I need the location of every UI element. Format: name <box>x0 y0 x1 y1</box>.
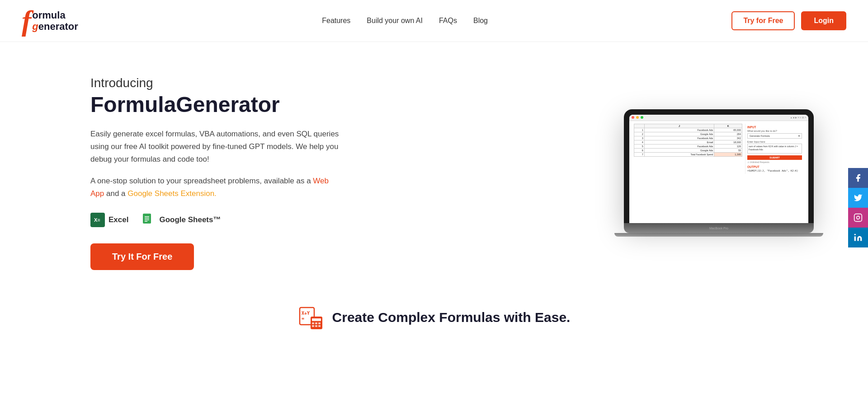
try-hero-button[interactable]: Try It For Free <box>90 243 194 270</box>
panel-question: What would you like to do? <box>747 130 802 132</box>
svg-rect-11 <box>312 322 314 324</box>
badge-row: X≡ Excel Google Sheets™ <box>90 213 344 227</box>
main-nav: Features Build your own AI FAQs Blog <box>322 17 488 25</box>
nav-faqs[interactable]: FAQs <box>439 17 457 25</box>
svg-rect-10 <box>312 318 321 321</box>
linkedin-button[interactable] <box>848 228 868 247</box>
svg-rect-4 <box>145 219 149 220</box>
svg-rect-12 <box>315 322 317 324</box>
panel-output-value: =SUMIF(J2:J, "Facebook Ads", K2:K) <box>747 169 802 172</box>
hero-content: Introducing FormulaGenerator Easily gene… <box>90 76 344 270</box>
svg-text:=: = <box>302 316 304 321</box>
screen-panel: INPUT What would you like to do? Generat… <box>745 124 804 174</box>
svg-rect-3 <box>145 218 149 219</box>
panel-textarea[interactable]: sum of values from K2:K with value in co… <box>747 144 802 154</box>
facebook-button[interactable] <box>848 168 868 188</box>
gs-label: Google Sheets™ <box>159 215 221 224</box>
formula-calculator-icon: X+Y = <box>298 304 325 331</box>
panel-textarea-label: Enter Input here <box>747 140 802 143</box>
svg-text:X≡: X≡ <box>94 217 100 223</box>
gs-extension-link[interactable]: Google Sheets Extension. <box>127 189 217 198</box>
excel-label: Excel <box>108 215 128 224</box>
login-button[interactable]: Login <box>801 11 846 30</box>
screen-toolbar: ▲ ■ ▶ ✕ ≡ ⊞ ↗ <box>629 115 808 121</box>
laptop-body: ▲ ■ ▶ ✕ ≡ ⊞ ↗ JK 1Facebook Ads65,000 2Go… <box>624 109 814 223</box>
hero-intro: Introducing <box>90 76 344 90</box>
laptop-screen: ▲ ■ ▶ ✕ ≡ ⊞ ↗ JK 1Facebook Ads65,000 2Go… <box>629 115 808 223</box>
hero-links: A one-stop solution to your spreadsheet … <box>90 175 344 200</box>
svg-point-20 <box>854 233 856 235</box>
instagram-button[interactable] <box>848 208 868 228</box>
laptop-base <box>624 223 814 233</box>
spreadsheet-table: JK 1Facebook Ads65,000 2Google Ads284 3F… <box>634 124 742 174</box>
screen-layout: JK 1Facebook Ads65,000 2Google Ads284 3F… <box>634 124 804 174</box>
panel-input-label: INPUT <box>747 126 802 129</box>
try-free-button[interactable]: Try for Free <box>731 11 795 30</box>
hero-description: Easily generate excel formulas, VBA auto… <box>90 128 344 166</box>
excel-icon: X≡ <box>90 213 105 227</box>
svg-rect-15 <box>315 325 317 327</box>
svg-rect-17 <box>854 214 862 221</box>
nav-build-ai[interactable]: Build your own AI <box>367 17 423 25</box>
twitter-button[interactable] <box>848 188 868 208</box>
svg-rect-14 <box>312 325 314 327</box>
bottom-icon-row: X+Y = Create Complex Formulas with Ease. <box>298 304 571 331</box>
nav-features[interactable]: Features <box>322 17 350 25</box>
logo-letter: f <box>22 6 31 35</box>
bottom-heading: Create Complex Formulas with Ease. <box>332 310 571 325</box>
hero-title: FormulaGenerator <box>90 92 344 117</box>
panel-unlimited: ⚠ Unlimited Requests <box>747 161 802 163</box>
bottom-section: X+Y = Create Complex Formulas with Ease. <box>0 295 868 345</box>
excel-badge: X≡ Excel <box>90 213 128 227</box>
svg-rect-13 <box>318 322 321 324</box>
laptop-foot <box>614 233 823 237</box>
google-sheets-icon <box>141 213 156 227</box>
panel-submit-button[interactable]: SUBMIT <box>747 155 802 160</box>
panel-dropdown[interactable]: Generate Formula ▾ <box>747 133 802 139</box>
svg-rect-19 <box>854 236 856 241</box>
hero-section: Introducing FormulaGenerator Easily gene… <box>0 42 868 295</box>
panel-output-label: OUTPUT <box>747 165 802 168</box>
laptop-mockup: ▲ ■ ▶ ✕ ≡ ⊞ ↗ JK 1Facebook Ads65,000 2Go… <box>624 109 814 237</box>
nav-blog[interactable]: Blog <box>473 17 488 25</box>
header-actions: Try for Free Login <box>731 11 846 30</box>
svg-rect-2 <box>145 216 149 217</box>
svg-rect-5 <box>145 221 147 222</box>
svg-text:X+Y: X+Y <box>302 311 310 316</box>
google-sheets-badge: Google Sheets™ <box>141 213 221 227</box>
header: f ormula generator Features Build your o… <box>0 0 868 42</box>
logo[interactable]: f ormula generator <box>22 6 78 35</box>
social-sidebar <box>848 168 868 247</box>
svg-rect-16 <box>318 325 321 327</box>
logo-text: ormula generator <box>32 9 78 33</box>
